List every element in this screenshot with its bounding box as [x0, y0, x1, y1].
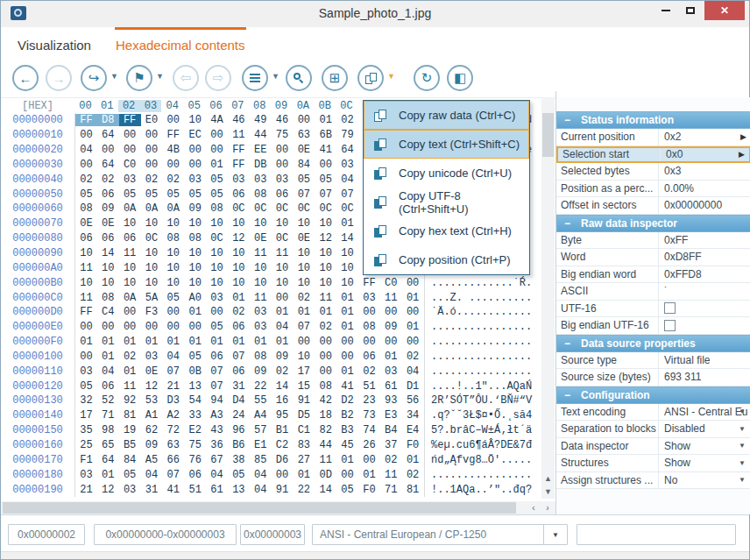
hex-byte[interactable]: 6B	[315, 129, 336, 141]
hex-byte[interactable]: 10	[162, 217, 184, 230]
collapse-icon[interactable]: −	[564, 217, 573, 230]
hex-byte[interactable]: 11	[228, 129, 250, 141]
goto-dropdown-caret[interactable]: ▼	[110, 72, 118, 81]
hex-byte[interactable]: 00	[162, 306, 184, 318]
hex-byte[interactable]: 0C	[315, 202, 336, 215]
hex-byte[interactable]: 11	[75, 292, 97, 304]
hex-byte[interactable]: 00	[119, 321, 141, 333]
hex-byte[interactable]: 11	[315, 292, 336, 304]
hex-byte[interactable]: 01	[315, 306, 336, 318]
property-value[interactable]: Show	[659, 438, 750, 455]
hex-byte[interactable]: 10	[250, 277, 272, 289]
hex-byte[interactable]: 08	[250, 351, 272, 363]
hex-byte[interactable]: 12	[141, 380, 163, 393]
hex-byte[interactable]: 08	[75, 202, 97, 215]
hex-byte[interactable]: A0	[184, 292, 206, 304]
ascii-cell[interactable]: %eµ.cu6¶áÂ?DE&7đ	[424, 438, 538, 453]
hex-byte[interactable]: 17	[293, 365, 315, 378]
hex-byte[interactable]: 10	[228, 217, 250, 230]
ascii-cell[interactable]: ................	[424, 467, 538, 482]
hex-byte[interactable]: 05	[119, 188, 141, 201]
hex-byte[interactable]: 13	[184, 380, 206, 393]
section-header-data-source-properties[interactable]: −Data source properties	[556, 335, 750, 352]
hex-byte[interactable]: 10	[184, 247, 206, 259]
hex-byte[interactable]: D2	[336, 394, 358, 407]
row-address[interactable]: 00000010	[1, 129, 74, 141]
row-address[interactable]: 000000C0	[1, 292, 74, 304]
refresh-button[interactable]: ↻	[414, 65, 440, 91]
row-address[interactable]: 00000110	[1, 365, 74, 378]
hex-byte[interactable]: 64	[97, 159, 119, 171]
hex-byte[interactable]: D4	[228, 394, 250, 407]
hex-byte[interactable]: 00	[402, 277, 424, 289]
hex-byte[interactable]: 02	[402, 351, 424, 363]
hex-byte[interactable]: 00	[75, 159, 97, 171]
copy-button[interactable]	[357, 65, 384, 91]
hex-byte[interactable]: 10	[336, 277, 358, 289]
hex-byte[interactable]: 0C	[250, 202, 272, 215]
hex-byte[interactable]: 35	[75, 424, 97, 436]
hex-byte[interactable]: 14	[315, 484, 336, 496]
hex-byte[interactable]: 01	[336, 365, 358, 378]
hex-byte[interactable]: B2	[336, 409, 358, 422]
grid-button[interactable]: ⊞	[322, 65, 348, 91]
hex-byte[interactable]: 63	[162, 439, 184, 451]
property-row-source-size[interactable]: Source size (bytes)693 311	[556, 369, 750, 386]
hex-byte[interactable]: 72	[162, 424, 184, 436]
hex-byte[interactable]: 06	[97, 232, 119, 245]
row-address[interactable]: 00000070	[1, 217, 74, 230]
hex-byte[interactable]: 01	[293, 306, 315, 318]
hex-byte[interactable]: 08	[162, 232, 184, 245]
hex-byte[interactable]: 10	[228, 262, 250, 274]
property-value[interactable]: Disabled	[659, 421, 750, 437]
hex-byte[interactable]: 03	[250, 306, 272, 318]
property-row-word[interactable]: Word0xD8FF	[556, 249, 750, 266]
hex-byte[interactable]: 79	[336, 129, 358, 141]
menu-item-copy-utf8[interactable]: Copy UTF-8 (Ctrl+Shift+U)	[364, 188, 529, 216]
property-row-selection-start[interactable]: Selection start0x0▶	[556, 146, 750, 164]
hex-byte[interactable]: 76	[184, 454, 206, 466]
dropdown-caret-icon[interactable]: ▼	[739, 442, 746, 450]
row-address[interactable]: 00000120	[1, 380, 74, 393]
tab-visualization[interactable]: Visualization	[17, 27, 92, 60]
hex-byte[interactable]: B4	[380, 424, 402, 436]
ascii-cell[interactable]: ˙Ä.ó............	[424, 305, 538, 320]
scroll-left-icon[interactable]: ‹	[527, 501, 541, 514]
hex-byte[interactable]: 10	[250, 217, 272, 230]
hex-byte[interactable]: 00	[141, 144, 163, 156]
hex-byte[interactable]: 84	[119, 454, 141, 466]
hex-byte[interactable]: 95	[272, 409, 294, 422]
hex-byte[interactable]: D5	[293, 409, 315, 422]
hex-byte[interactable]: 00	[162, 114, 184, 126]
hex-byte[interactable]: 0C	[206, 232, 228, 245]
hex-byte[interactable]: 03	[272, 174, 294, 186]
hex-byte[interactable]: 0B	[184, 365, 206, 378]
hex-byte[interactable]: F0	[358, 484, 380, 496]
hex-byte[interactable]: 0D	[315, 469, 336, 481]
hex-byte[interactable]: 24	[228, 409, 250, 422]
hex-byte[interactable]: 11	[119, 247, 141, 259]
row-address[interactable]: 00000050	[1, 188, 74, 201]
row-address[interactable]: 00000170	[1, 454, 74, 466]
hex-byte[interactable]: E0	[141, 114, 163, 126]
ascii-cell[interactable]: 2R’SÓT”ÔU.‘BŇ#“V	[424, 393, 538, 408]
hex-byte[interactable]: 00	[75, 351, 97, 363]
hex-byte[interactable]: 07	[162, 365, 184, 378]
hex-byte[interactable]: 45	[336, 439, 358, 451]
ascii-cell[interactable]: ................	[424, 350, 538, 365]
dropdown-caret-icon[interactable]: ▼	[739, 476, 746, 484]
hex-byte[interactable]: 05	[162, 292, 184, 304]
expand-arrow-icon[interactable]: ▶	[740, 132, 746, 141]
collapse-icon[interactable]: −	[564, 337, 573, 350]
hex-byte[interactable]: 10	[293, 277, 315, 289]
hex-byte[interactable]: 06	[272, 188, 294, 201]
hex-byte[interactable]: 06	[228, 321, 250, 333]
hex-byte[interactable]: 00	[336, 469, 358, 481]
hex-byte[interactable]: 11	[380, 469, 402, 481]
hex-byte[interactable]: B5	[119, 439, 141, 451]
hex-byte[interactable]: 32	[75, 394, 97, 407]
hex-byte[interactable]: 00	[75, 321, 97, 333]
goto-button[interactable]: ↪	[81, 65, 107, 91]
row-address[interactable]: 000000D0	[1, 306, 74, 318]
menu-item-copy-text[interactable]: Copy text (Ctrl+Shift+C)	[364, 130, 529, 159]
